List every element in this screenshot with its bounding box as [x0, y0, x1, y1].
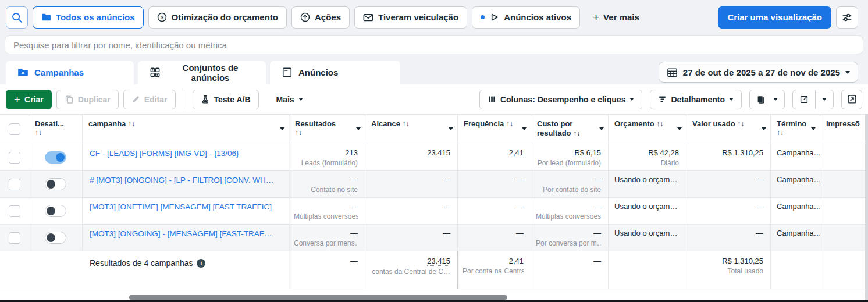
amount-spent-cell: —	[686, 225, 771, 251]
campaign-name-link[interactable]: CF - [LEADS] [FORMS] [IMG-VD] - {13/06}	[90, 149, 283, 158]
cell-value: R$ 1.310,25	[691, 148, 763, 157]
tab-campaigns[interactable]: Campanhas	[6, 61, 134, 84]
ab-test-button[interactable]: Teste A/B	[193, 90, 259, 109]
export-button[interactable]	[793, 90, 815, 109]
column-header-cost-per-result[interactable]: Custo por resultado ↑↓	[531, 115, 609, 144]
cell-value[interactable]: 23.415	[427, 257, 450, 266]
budget-cell: Usando o orçam…	[609, 171, 686, 197]
column-header-results[interactable]: Resultados ↑↓	[289, 115, 365, 144]
cell-value: —	[536, 202, 601, 211]
column-header-frequency[interactable]: Frequência ↑↓	[458, 115, 531, 144]
tab-ad-sets[interactable]: Conjuntos de anúncios	[138, 61, 266, 84]
cell-value: —	[294, 229, 358, 237]
budget-cell: Usando o orçam…	[609, 198, 686, 224]
column-label: Custo por resultado	[537, 119, 572, 137]
cell-value: —	[463, 229, 524, 237]
frequency-cell: 2,41	[458, 144, 531, 170]
cell-sublabel: Por conversa por m…	[536, 239, 601, 247]
campaign-name-link[interactable]: [MOT3] [ONGOING] - [MENSAGEM] [FAST-TRAF…	[90, 229, 283, 238]
chevron-down-icon	[449, 127, 453, 130]
export-caret-button[interactable]	[815, 90, 833, 109]
see-more-button[interactable]: + Ver mais	[593, 12, 639, 23]
reports-button[interactable]	[750, 90, 772, 109]
row-checkbox[interactable]	[9, 205, 20, 217]
cell-value: —	[294, 175, 358, 184]
cell-value: Usando o orçam…	[614, 202, 679, 211]
campaign-active-toggle[interactable]	[45, 232, 66, 244]
cell-value: R$ 6,15	[536, 148, 601, 157]
arrow-up-circle-icon	[300, 12, 310, 22]
chevron-down-icon	[845, 71, 850, 74]
row-checkbox[interactable]	[9, 232, 20, 244]
select-all-checkbox[interactable]	[9, 123, 20, 135]
columns-icon	[488, 95, 496, 104]
filter-chip-all-ads[interactable]: Todos os anúncios	[33, 6, 144, 29]
cost-per-result-cell: —	[531, 251, 609, 289]
column-header-campaign[interactable]: campanha ↑↓	[83, 115, 289, 144]
edit-label: Editar	[144, 95, 168, 104]
column-header-impressions[interactable]: Impressõ	[820, 115, 865, 144]
columns-button[interactable]: Colunas: Desempenho e cliques	[479, 90, 643, 109]
chevron-down-icon	[773, 98, 778, 101]
filter-chip-budget-optimization[interactable]: $ Otimização do orçamento	[148, 6, 287, 29]
edit-button[interactable]: Editar	[123, 90, 176, 109]
more-button[interactable]: Mais	[268, 90, 311, 109]
toggle-knob	[56, 153, 65, 162]
level-tabs: Campanhas Conjuntos de anúncios Anúncios…	[0, 61, 868, 84]
ads-manager-screen: Todos os anúncios $ Otimização do orçame…	[0, 0, 868, 302]
ab-test-label: Teste A/B	[214, 95, 251, 104]
budget-cell: R$ 42,28Diário	[609, 144, 686, 170]
cell-sublabel: Contato no site	[294, 186, 358, 194]
end-cell: Campanha…	[771, 198, 820, 224]
column-header-budget[interactable]: Orçamento ↑↓	[609, 115, 686, 144]
date-range-label: 27 de out de 2025 a 27 de nov de 2025	[683, 67, 840, 77]
column-header-toggle[interactable]: Desati... ↑↓	[29, 115, 83, 144]
row-checkbox[interactable]	[9, 152, 20, 164]
cell-sublabel: Conversa por mens…	[294, 239, 358, 247]
info-icon[interactable]: i	[197, 259, 205, 268]
grid-icon	[150, 67, 161, 78]
search-button[interactable]	[6, 6, 28, 29]
impressions-cell	[820, 144, 865, 170]
sort-icon: ↑↓	[403, 120, 410, 128]
create-view-button[interactable]: Criar uma visualização	[718, 6, 831, 29]
reports-caret-button[interactable]	[772, 90, 784, 109]
cost-per-result-cell: R$ 6,15Por lead (formulário)	[531, 144, 609, 170]
horizontal-scrollbar-thumb[interactable]	[129, 295, 507, 300]
tab-ads[interactable]: Anúncios	[270, 61, 400, 84]
filter-chip-actions[interactable]: Ações	[291, 6, 350, 29]
trend-arrow-icon	[847, 94, 857, 104]
campaign-active-toggle[interactable]	[45, 205, 66, 217]
campaign-active-toggle[interactable]	[45, 178, 66, 190]
row-checkbox[interactable]	[9, 179, 20, 190]
column-label: Desati...	[35, 119, 77, 129]
campaign-name-link[interactable]: [MOT3] [ONETIME] [MENSAGEM] [FAST TRAFFI…	[90, 202, 283, 211]
campaign-active-toggle[interactable]	[45, 151, 66, 164]
campaign-name-link[interactable]: # [MOT3] [ONGOING] - [LP - FILTRO] [CONV…	[90, 176, 283, 184]
search-input[interactable]	[5, 35, 863, 54]
create-button[interactable]: + Criar	[6, 90, 52, 109]
column-header-reach[interactable]: Alcance ↑↓	[365, 115, 458, 144]
chevron-down-icon	[599, 127, 604, 130]
column-header-end[interactable]: Término ↑↓	[771, 115, 820, 144]
pencil-icon	[131, 95, 140, 104]
cell-value: Campanha…	[777, 175, 815, 184]
cell-value: 2,41	[463, 257, 524, 265]
column-header-amount-spent[interactable]: Valor usado ↑↓	[686, 115, 771, 144]
duplicate-button[interactable]: Duplicar	[56, 90, 119, 109]
filter-chip-active-ads[interactable]: Anúncios ativos	[472, 6, 580, 29]
filter-settings-button[interactable]	[836, 6, 858, 29]
chevron-down-icon	[762, 127, 766, 130]
amount-spent-cell: R$ 1.310,25Total usado	[686, 251, 771, 289]
breakdown-button[interactable]: Detalhamento	[650, 90, 742, 109]
tab-label: Campanhas	[34, 67, 84, 77]
table-row: [MOT3] [ONETIME] [MENSAGEM] [FAST TRAFFI…	[0, 198, 865, 225]
date-range-picker[interactable]: 27 de out de 2025 a 27 de nov de 2025	[659, 62, 858, 83]
amount-spent-cell: —	[686, 171, 771, 197]
see-more-label: Ver mais	[603, 12, 639, 22]
sliders-icon	[842, 12, 852, 23]
chevron-down-icon	[356, 127, 361, 130]
charts-button[interactable]	[841, 90, 862, 109]
end-cell: Campanha…	[771, 144, 820, 170]
filter-chip-had-delivery[interactable]: Tiveram veiculação	[354, 6, 467, 29]
